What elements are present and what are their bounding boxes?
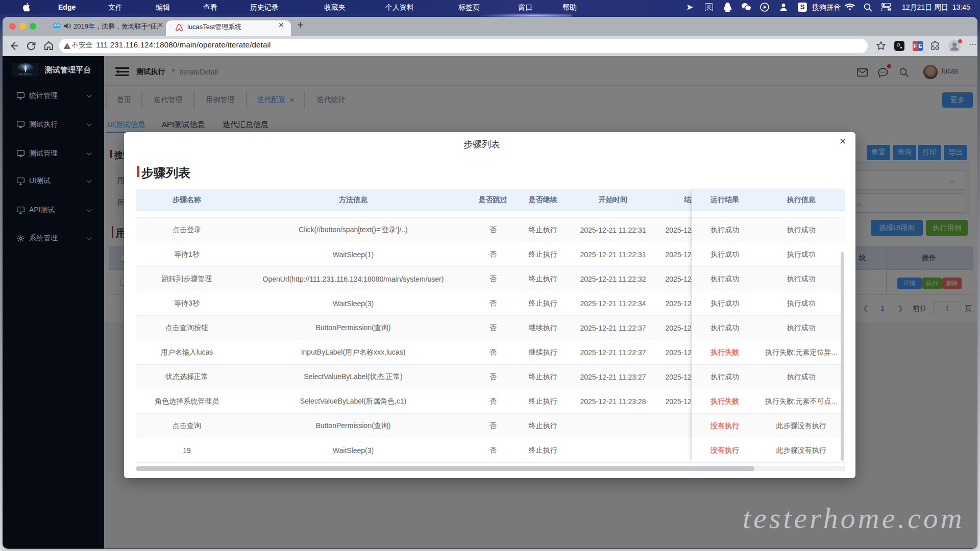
- svg-text:测 试 管 理 平 台: 测 试 管 理 平 台: [19, 73, 32, 76]
